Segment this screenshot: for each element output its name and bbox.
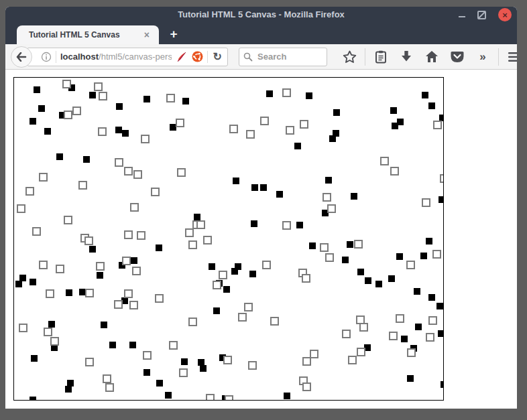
canvas-square-outlined (44, 328, 52, 336)
canvas-square-outlined (282, 88, 291, 97)
canvas-square-filled (65, 386, 72, 393)
canvas-square-outlined (17, 204, 25, 213)
maximize-button[interactable] (477, 11, 486, 19)
url-bar[interactable]: localhost/html5/canvas-persegi· (27, 48, 228, 66)
canvas-square-outlined (72, 107, 81, 115)
tab-close-icon[interactable]: × (141, 29, 152, 41)
canvas-square-outlined (19, 324, 27, 332)
urlbar-divider (56, 51, 56, 63)
canvas-square-filled (407, 375, 414, 382)
new-tab-button[interactable]: + (164, 25, 184, 43)
canvas-square-filled (44, 128, 51, 135)
canvas-square-outlined (179, 368, 188, 377)
canvas-square-filled (251, 220, 257, 227)
search-bar[interactable] (239, 48, 327, 66)
canvas-square-filled (251, 184, 258, 191)
canvas-square-filled (194, 214, 200, 220)
close-button[interactable]: × (498, 8, 512, 21)
reload-button[interactable]: ↻ (212, 50, 223, 63)
back-button[interactable] (11, 46, 32, 68)
canvas-square-filled (31, 355, 38, 362)
page-info-icon[interactable] (41, 52, 52, 62)
canvas-square-outlined (130, 203, 139, 212)
canvas-square-filled (131, 257, 137, 264)
canvas-square-outlined (396, 314, 404, 323)
canvas-square-outlined (143, 351, 152, 360)
downloads-button[interactable] (394, 47, 419, 67)
bookmark-star-button[interactable] (337, 47, 362, 67)
canvas-square-filled (375, 281, 382, 287)
apache-feather-icon[interactable] (176, 52, 188, 62)
canvas-square-filled (414, 288, 420, 295)
canvas-square-filled (101, 322, 107, 328)
canvas-square-outlined (99, 92, 107, 100)
canvas-square-filled (438, 330, 444, 337)
tab-bar: Tutorial HTML 5 Canvas × + (5, 23, 517, 44)
canvas-square-filled (388, 275, 395, 282)
canvas-square-outlined (244, 303, 253, 311)
canvas-square-outlined (78, 181, 87, 190)
canvas-square-filled (83, 156, 90, 163)
canvas-square-outlined (141, 135, 150, 143)
navigation-toolbar: localhost/html5/canvas-persegi· (5, 44, 517, 70)
tab-tutorial-html5-canvas[interactable]: Tutorial HTML 5 Canvas × (17, 25, 159, 44)
canvas-square-filled (309, 242, 316, 249)
minimize-button[interactable] (459, 16, 465, 17)
canvas-square-outlined (133, 170, 142, 179)
home-icon (425, 50, 438, 63)
canvas-square-outlined (320, 243, 329, 252)
canvas-square-filled (30, 397, 36, 401)
urlbar-divider-2 (207, 51, 208, 63)
canvas-square-outlined (440, 174, 444, 183)
canvas-square-outlined (357, 348, 365, 356)
canvas-square-filled (30, 279, 36, 285)
canvas-square-filled (89, 92, 96, 98)
canvas-square-filled (109, 342, 116, 348)
canvas-square-outlined (325, 253, 334, 262)
canvas-square-outlined (270, 317, 279, 326)
home-button[interactable] (419, 47, 445, 67)
window-controls: × (459, 7, 512, 23)
canvas-square-filled (422, 92, 428, 98)
canvas-square-filled (333, 109, 340, 116)
canvas-square-outlined (390, 167, 399, 176)
canvas-square-outlined (196, 220, 205, 229)
canvas-square-filled (122, 130, 129, 137)
canvas-square-outlined (219, 271, 227, 279)
canvas-square-filled (401, 336, 408, 342)
canvas-square-filled (15, 281, 22, 287)
canvas-square-outlined (50, 337, 59, 346)
canvas-square-outlined (407, 348, 416, 357)
overflow-chevrons-button[interactable]: » (470, 47, 495, 67)
canvas-square-outlined (84, 236, 93, 245)
tab-label: Tutorial HTML 5 Canvas (23, 30, 141, 40)
url-host: localhost (60, 52, 99, 62)
canvas-square-filled (115, 127, 122, 133)
canvas-square-outlined (176, 119, 184, 127)
canvas-square-outlined (96, 262, 105, 271)
canvas-square-outlined (282, 221, 291, 230)
canvas-square-outlined (85, 358, 94, 366)
canvas-square-filled (294, 143, 301, 149)
canvas-square-outlined (62, 80, 71, 88)
canvas-square-outlined (327, 204, 336, 213)
titlebar[interactable]: Tutorial HTML 5 Canvas - Mozilla Firefox… (5, 7, 517, 23)
canvas-square-outlined (115, 158, 123, 167)
search-input[interactable] (256, 51, 323, 62)
pocket-button[interactable] (445, 47, 470, 67)
canvas-square-outlined (56, 265, 64, 273)
canvas-square-filled (392, 123, 398, 129)
canvas-square-outlined (64, 216, 72, 224)
bookmarks-menu-button[interactable] (368, 47, 394, 67)
ubuntu-icon[interactable] (192, 51, 203, 62)
canvas-square-filled (347, 241, 353, 248)
toolbar-divider-2 (498, 48, 499, 66)
menu-button[interactable] (502, 47, 517, 67)
clipboard-icon (375, 50, 387, 64)
canvas-square-filled (296, 222, 303, 228)
canvas-square-filled (34, 86, 40, 93)
canvas-square-outlined (188, 240, 197, 249)
canvas-square-filled (181, 358, 188, 365)
canvas-square-filled (231, 268, 238, 275)
canvas-square-filled (390, 107, 397, 114)
